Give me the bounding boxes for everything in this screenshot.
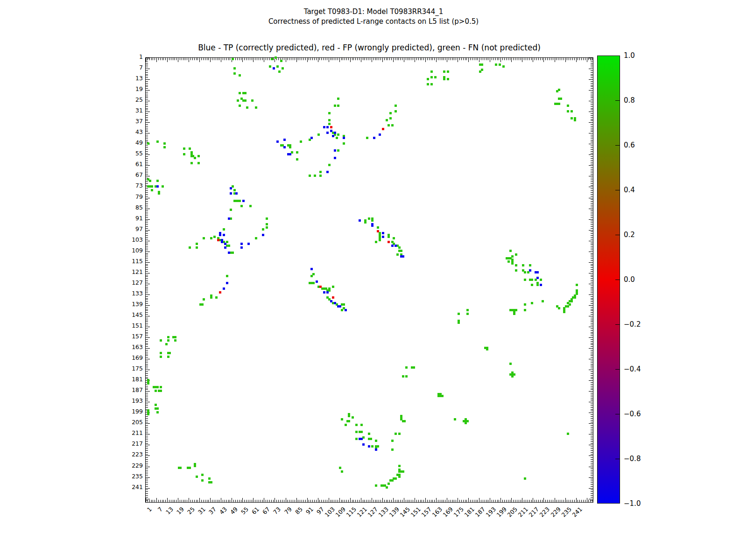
contact-point <box>239 92 241 94</box>
contact-point <box>251 99 254 102</box>
contact-point <box>355 438 358 440</box>
contact-point <box>151 189 153 191</box>
contact-point <box>160 386 162 388</box>
x-tick-label: 235 <box>560 506 573 518</box>
colorbar-tick <box>615 145 620 146</box>
colorbar-tick-label: 0.0 <box>624 276 652 283</box>
contact-point <box>167 336 169 338</box>
contact-point <box>239 200 241 202</box>
contact-point <box>326 291 329 294</box>
contact-point <box>567 433 569 435</box>
contact-point <box>524 279 526 281</box>
contact-point <box>310 268 313 270</box>
contact-point <box>529 264 531 266</box>
x-tick-label: 1 <box>146 506 153 513</box>
bottom-minor-ticks <box>146 500 593 502</box>
contact-point <box>169 352 171 354</box>
x-tick-label: 37 <box>208 506 218 516</box>
y-tick-label: 73 <box>124 182 143 189</box>
x-tick-label: 127 <box>366 506 379 518</box>
contact-point <box>163 146 166 148</box>
contact-point <box>522 264 524 266</box>
contact-point <box>443 78 445 80</box>
y-tick-label: 145 <box>124 312 143 318</box>
y-tick-label: 13 <box>124 75 143 82</box>
contact-point <box>495 63 497 66</box>
x-tick-label: 91 <box>304 506 314 516</box>
x-tick-label: 193 <box>485 506 497 518</box>
contact-point <box>466 313 469 315</box>
contact-point <box>343 142 345 145</box>
contact-point <box>237 99 239 102</box>
x-tick-label: 43 <box>218 506 228 516</box>
contact-point <box>524 271 526 273</box>
contact-point <box>563 311 565 313</box>
contact-point <box>531 284 533 286</box>
y-tick-label: 139 <box>124 301 143 308</box>
y-tick-label: 91 <box>124 215 143 222</box>
y-tick-label: 1 <box>124 54 143 60</box>
contact-point <box>332 286 334 288</box>
contact-point <box>203 298 205 301</box>
colorbar-tick <box>615 100 620 101</box>
contact-point <box>391 124 394 126</box>
colorbar-tick-label: −0.6 <box>624 410 652 418</box>
contact-point <box>362 443 365 446</box>
contact-point <box>402 375 404 378</box>
colorbar-tick-label: 0.6 <box>624 141 652 149</box>
contact-point <box>443 70 445 73</box>
contact-point <box>524 477 526 480</box>
contact-point <box>540 279 542 281</box>
contact-point <box>160 339 162 342</box>
contact-point <box>319 286 322 288</box>
contact-point <box>244 99 247 102</box>
x-tick-label: 79 <box>283 506 293 516</box>
colorbar-tick-label: −0.2 <box>624 321 652 328</box>
contact-point <box>317 133 320 136</box>
contact-point <box>481 69 483 71</box>
contact-point <box>499 63 501 66</box>
contact-point <box>391 245 394 247</box>
y-tick-label: 49 <box>124 140 143 146</box>
contact-point <box>567 110 569 112</box>
contact-point <box>228 252 230 254</box>
contact-point <box>332 296 334 299</box>
contact-point <box>536 277 539 279</box>
colorbar-tick <box>615 414 620 414</box>
contact-point <box>352 416 354 419</box>
contact-point <box>147 142 149 145</box>
contact-point <box>282 67 284 70</box>
contact-point <box>232 58 234 60</box>
x-tick-label: 223 <box>539 506 551 518</box>
colorbar-tick <box>615 459 620 459</box>
contact-point <box>345 424 347 426</box>
contact-point <box>388 124 390 126</box>
contact-point <box>223 234 225 236</box>
contact-point <box>337 105 339 107</box>
x-tick-label: 163 <box>431 506 444 518</box>
contact-point <box>509 250 512 252</box>
contact-point <box>345 309 347 311</box>
contact-point <box>326 126 329 128</box>
contact-point <box>359 219 361 222</box>
contact-point <box>239 105 241 107</box>
contact-point <box>323 126 325 128</box>
contact-point <box>360 424 363 426</box>
contact-point <box>330 126 332 128</box>
y-tick-label: 157 <box>124 333 143 340</box>
contact-point <box>310 137 313 139</box>
contact-point <box>337 98 339 100</box>
colorbar-tick-label: 0.4 <box>624 186 652 194</box>
contact-point <box>454 418 456 420</box>
contact-point <box>382 128 384 130</box>
contact-point <box>208 477 211 480</box>
contact-point <box>513 313 515 315</box>
y-tick-label: 109 <box>124 247 143 254</box>
contact-point <box>197 162 200 164</box>
y-tick-label: 175 <box>124 365 143 372</box>
contact-point <box>330 300 332 302</box>
contact-point <box>156 407 159 410</box>
contact-point <box>276 65 279 68</box>
contact-point <box>334 157 336 159</box>
contact-point <box>571 298 573 301</box>
